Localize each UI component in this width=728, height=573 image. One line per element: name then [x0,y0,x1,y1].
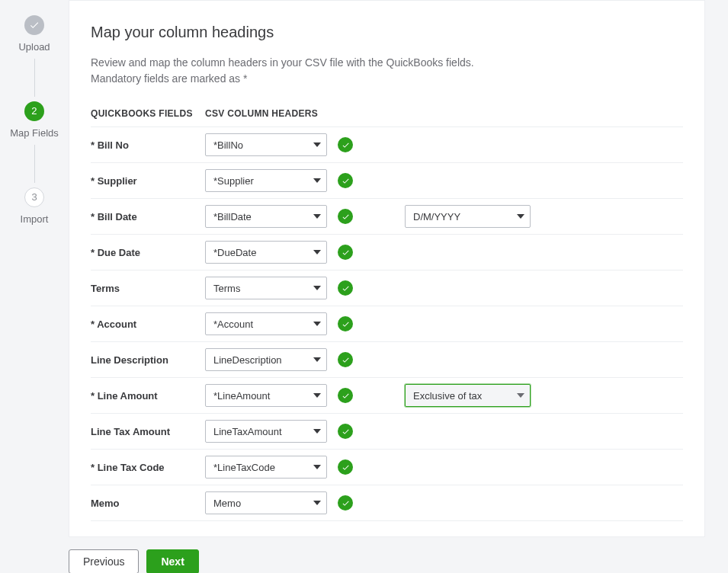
previous-button[interactable]: Previous [69,549,139,573]
field-label: * Bill Date [91,211,205,222]
subtitle-line: Mandatory fields are marked as * [91,72,247,85]
csv-header-select[interactable]: *LineTaxCode [205,456,327,479]
step-label: Map Fields [10,127,59,140]
csv-select-wrap: Memo [205,491,327,514]
csv-header-select[interactable]: *DueDate [205,241,327,264]
table-header: QUICKBOOKS FIELDS CSV COLUMN HEADERS [91,108,683,127]
step-map-fields: 2 Map Fields [10,101,59,140]
csv-header-select[interactable]: LineTaxAmount [205,420,327,443]
csv-header-select[interactable]: LineDescription [205,348,327,371]
check-icon [338,495,353,511]
csv-header-select[interactable]: Memo [205,491,327,514]
row-controls: *LineTaxCode [205,456,353,479]
table-row: * Line Amount*LineAmountExclusive of tax [91,378,683,414]
table-row: * Line Tax Code*LineTaxCode [91,450,683,485]
check-icon [338,280,353,296]
mapping-card: Map your column headings Review and map … [69,0,705,537]
csv-select-wrap: *Account [205,312,327,335]
field-label: Line Description [91,354,205,366]
step-upload: Upload [18,15,50,54]
csv-header-select[interactable]: *LineAmount [205,384,327,407]
page-title: Map your column headings [91,24,683,41]
table-row: * Bill No*BillNo [91,127,683,163]
csv-select-wrap: LineTaxAmount [205,420,327,443]
table-row: MemoMemo [91,485,683,521]
field-label: * Account [91,319,205,330]
row-controls: Terms [205,277,353,299]
step-label: Import [21,213,49,226]
csv-select-wrap: *DueDate [205,241,327,264]
table-row: TermsTerms [91,270,683,306]
step-circle-active: 2 [24,101,44,121]
table-row: * Account*Account [91,306,683,342]
csv-select-wrap: *Supplier [205,169,327,192]
row-controls: LineTaxAmount [205,420,353,443]
step-import: 3 Import [21,187,49,226]
extra-select-wrap: D/M/YYYY [405,205,531,228]
row-controls: *DueDate [205,241,353,264]
check-icon [338,173,353,188]
table-row: Line DescriptionLineDescription [91,342,683,378]
extra-select-wrap: Exclusive of tax [405,384,531,407]
row-controls: LineDescription [205,348,353,371]
row-controls: *LineAmountExclusive of tax [205,384,531,407]
csv-header-select[interactable]: *BillNo [205,133,327,156]
row-controls: *BillDateD/M/YYYY [205,205,531,228]
subtitle-line: Review and map the column headers in you… [91,56,474,69]
step-number: 3 [31,191,37,203]
next-button[interactable]: Next [146,549,198,573]
csv-select-wrap: *BillNo [205,133,327,156]
check-icon [29,20,40,30]
check-icon [338,424,353,439]
step-circle-pending: 3 [24,187,44,207]
wizard-footer: Previous Next [69,549,705,573]
check-icon [338,245,353,260]
step-number: 2 [31,105,37,117]
date-format-select[interactable]: D/M/YYYY [405,205,531,228]
row-controls: *BillNo [205,133,353,156]
row-controls: *Account [205,312,353,335]
check-icon [338,352,353,367]
csv-select-wrap: *LineAmount [205,384,327,407]
field-label: Terms [91,283,205,294]
field-label: Memo [91,498,205,509]
step-connector [34,59,35,97]
table-row: Line Tax AmountLineTaxAmount [91,414,683,450]
header-quickbooks-fields: QUICKBOOKS FIELDS [91,108,205,119]
field-label: * Line Tax Code [91,462,205,473]
csv-select-wrap: *LineTaxCode [205,456,327,479]
row-controls: Memo [205,491,353,514]
check-icon [338,209,353,224]
csv-select-wrap: *BillDate [205,205,327,228]
table-row: * Due Date*DueDate [91,235,683,270]
check-icon [338,316,353,331]
csv-header-select[interactable]: *BillDate [205,205,327,228]
step-connector [34,145,35,183]
csv-select-wrap: LineDescription [205,348,327,371]
step-label: Upload [18,41,50,54]
tax-treatment-select[interactable]: Exclusive of tax [405,384,531,407]
csv-header-select[interactable]: Terms [205,277,327,299]
header-csv-columns: CSV COLUMN HEADERS [205,108,318,119]
check-icon [338,137,353,152]
step-circle-done [24,15,44,35]
wizard-stepper: Upload 2 Map Fields 3 Import [0,0,69,573]
row-controls: *Supplier [205,169,353,192]
field-label: * Supplier [91,175,205,187]
table-row: * Bill Date*BillDateD/M/YYYY [91,199,683,235]
csv-header-select[interactable]: *Account [205,312,327,335]
field-label: Line Tax Amount [91,426,205,437]
check-icon [338,388,353,403]
field-label: * Due Date [91,247,205,258]
field-label: * Bill No [91,139,205,151]
csv-select-wrap: Terms [205,277,327,299]
field-label: * Line Amount [91,390,205,402]
check-icon [338,459,353,475]
csv-header-select[interactable]: *Supplier [205,169,327,192]
page-subtitle: Review and map the column headers in you… [91,55,683,87]
table-row: * Supplier*Supplier [91,163,683,199]
